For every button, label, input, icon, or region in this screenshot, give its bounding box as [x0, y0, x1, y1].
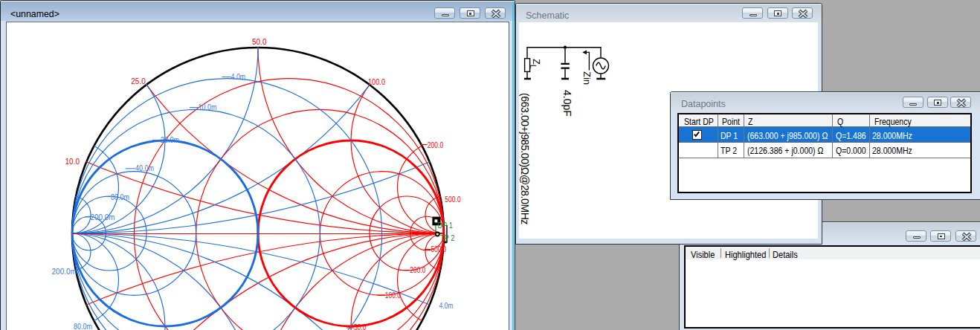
svg-text:80.0m: 80.0m: [111, 192, 129, 201]
svg-text:200.0: 200.0: [428, 140, 444, 149]
svg-text:25.0: 25.0: [131, 77, 146, 85]
svg-text:40.0m: 40.0m: [135, 164, 154, 172]
svg-text:50.0: 50.0: [252, 37, 267, 46]
svg-text:500.0: 500.0: [431, 245, 447, 253]
svg-text:50.0: 50.0: [354, 323, 367, 330]
svg-text:TP 2: TP 2: [440, 233, 455, 242]
svg-text:80.0m: 80.0m: [74, 322, 92, 330]
svg-text:10.0: 10.0: [65, 157, 80, 166]
svg-text:10.0m: 10.0m: [199, 103, 217, 111]
svg-text:DP 1: DP 1: [437, 221, 453, 230]
svg-text:200.0: 200.0: [410, 265, 425, 274]
svg-text:200.0m: 200.0m: [52, 267, 77, 276]
svg-text:4.0m: 4.0m: [231, 72, 246, 81]
svg-text:4.0m: 4.0m: [439, 301, 453, 310]
svg-text:500.0: 500.0: [445, 195, 461, 204]
svg-text:200.0m: 200.0m: [90, 213, 115, 221]
svg-text:100.0: 100.0: [368, 77, 385, 86]
svg-text:20.0m: 20.0m: [161, 135, 179, 144]
svg-text:100.0: 100.0: [385, 291, 401, 300]
